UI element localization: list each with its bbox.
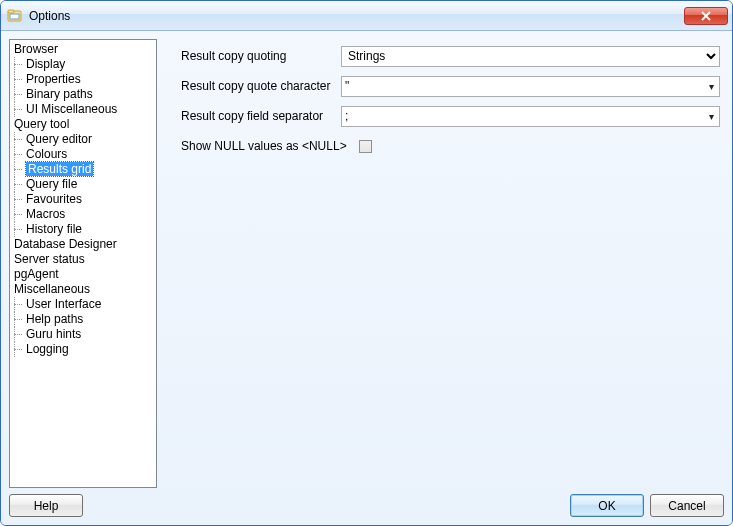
tree-group[interactable]: Browser	[10, 42, 156, 57]
show-null-checkbox[interactable]	[359, 140, 372, 153]
chevron-down-icon[interactable]: ▾	[703, 81, 719, 92]
tree-item[interactable]: Colours	[10, 147, 156, 162]
cancel-button[interactable]: Cancel	[650, 494, 724, 517]
tree-group[interactable]: Database Designer	[10, 237, 156, 252]
content-row: BrowserDisplayPropertiesBinary pathsUI M…	[9, 39, 724, 488]
tree-group[interactable]: Miscellaneous	[10, 282, 156, 297]
options-dialog: Options BrowserDisplayPropertiesBinary p…	[0, 0, 733, 526]
tree-item[interactable]: Logging	[10, 342, 156, 357]
dialog-body: BrowserDisplayPropertiesBinary pathsUI M…	[1, 31, 732, 525]
field-sep-input[interactable]	[342, 107, 703, 126]
tree-item[interactable]: Macros	[10, 207, 156, 222]
field-sep-label: Result copy field separator	[181, 109, 341, 123]
svg-rect-2	[10, 14, 19, 19]
quoting-combo[interactable]: Strings	[341, 46, 720, 67]
tree-group[interactable]: Server status	[10, 252, 156, 267]
chevron-down-icon[interactable]: ▾	[703, 111, 719, 122]
tree-item[interactable]: User Interface	[10, 297, 156, 312]
tree-item[interactable]: Results grid	[10, 162, 156, 177]
tree-item[interactable]: Binary paths	[10, 87, 156, 102]
tree-item[interactable]: Properties	[10, 72, 156, 87]
button-row: Help OK Cancel	[9, 488, 724, 517]
quote-char-combo[interactable]: ▾	[341, 76, 720, 97]
quote-char-label: Result copy quote character	[181, 79, 341, 93]
tree-item[interactable]: Query file	[10, 177, 156, 192]
tree-group[interactable]: pgAgent	[10, 267, 156, 282]
tree-item[interactable]: Display	[10, 57, 156, 72]
close-button[interactable]	[684, 7, 728, 25]
ok-button[interactable]: OK	[570, 494, 644, 517]
field-sep-combo[interactable]: ▾	[341, 106, 720, 127]
tree-item[interactable]: UI Miscellaneous	[10, 102, 156, 117]
svg-rect-1	[8, 10, 14, 13]
tree-item[interactable]: History file	[10, 222, 156, 237]
tree-group[interactable]: Query tool	[10, 117, 156, 132]
show-null-label: Show NULL values as <NULL>	[181, 139, 359, 153]
window-title: Options	[29, 9, 684, 23]
settings-form: Result copy quoting Strings Result copy …	[167, 39, 724, 488]
tree-item[interactable]: Favourites	[10, 192, 156, 207]
tree-item[interactable]: Help paths	[10, 312, 156, 327]
tree-item[interactable]: Guru hints	[10, 327, 156, 342]
tree-item[interactable]: Query editor	[10, 132, 156, 147]
titlebar: Options	[1, 1, 732, 31]
quoting-label: Result copy quoting	[181, 49, 341, 63]
app-icon	[7, 8, 23, 24]
nav-tree[interactable]: BrowserDisplayPropertiesBinary pathsUI M…	[9, 39, 157, 488]
quote-char-input[interactable]	[342, 77, 703, 96]
help-button[interactable]: Help	[9, 494, 83, 517]
